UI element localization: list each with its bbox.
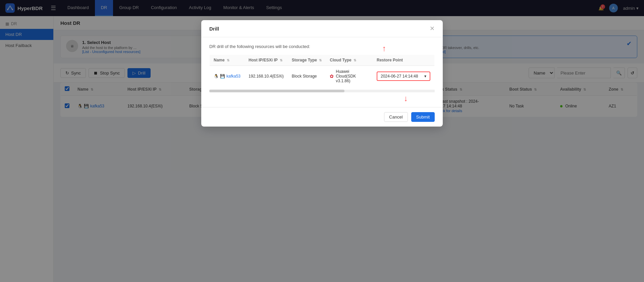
modal-huawei-icon: ✿ (330, 74, 334, 79)
modal-cloud-cell: ✿ Huawei Cloud(SDK v3.1.86) (330, 69, 369, 83)
modal-close-button[interactable]: ✕ (430, 26, 435, 32)
modal-col-ip: Host IP/ESXi IP ⇅ (245, 55, 288, 66)
modal-table: Name ⇅ Host IP/ESXi IP ⇅ Storage Type ⇅ … (209, 54, 435, 87)
submit-button[interactable]: Submit (411, 112, 435, 122)
bottom-arrow-container: ↓ (209, 94, 435, 100)
modal-footer: Cancel Submit (201, 107, 443, 127)
modal-host-icon1: 🐧 (214, 74, 219, 79)
modal-storage-sort[interactable]: ⇅ (319, 58, 322, 62)
modal-row-restore: 2024-06-27 14:14:48 ▾ (373, 66, 435, 87)
modal-col-cloud: Cloud Type ⇅ (326, 55, 373, 66)
red-arrow-bottom: ↓ (404, 94, 408, 103)
modal-ip-sort[interactable]: ⇅ (280, 58, 282, 62)
modal-host-name: 🐧 💾 kafka53 (214, 74, 240, 79)
modal-header: Drill ✕ (201, 20, 443, 37)
drill-modal: Drill ✕ DR drill of the following resour… (201, 20, 443, 127)
modal-row-cloud: ✿ Huawei Cloud(SDK v3.1.86) (326, 66, 373, 87)
modal-body: DR drill of the following resources will… (201, 37, 443, 107)
modal-cloud-sort[interactable]: ⇅ (354, 58, 356, 62)
modal-name-sort[interactable]: ⇅ (227, 58, 229, 62)
modal-scrollbar[interactable] (209, 90, 435, 92)
modal-host-icon2: 💾 (220, 74, 225, 79)
modal-scrollbar-thumb (209, 90, 344, 92)
modal-row-name: 🐧 💾 kafka53 (210, 66, 245, 87)
modal-title: Drill (209, 26, 219, 32)
modal-row-storage: Block Storage (288, 66, 326, 87)
modal-overlay: Drill ✕ DR drill of the following resour… (0, 0, 644, 282)
cancel-button[interactable]: Cancel (384, 112, 408, 122)
modal-col-name: Name ⇅ (210, 55, 245, 66)
restore-point-value: 2024-06-27 14:14:48 (381, 74, 418, 79)
modal-col-storage: Storage Type ⇅ (288, 55, 326, 66)
modal-col-restore: Restore Point (373, 55, 435, 66)
modal-row-ip: 192.168.10.4(ESXi) (245, 66, 288, 87)
modal-description: DR drill of the following resources will… (209, 44, 435, 49)
restore-point-dropdown[interactable]: 2024-06-27 14:14:48 ▾ (377, 72, 430, 81)
restore-point-chevron: ▾ (424, 74, 426, 79)
red-arrow-top: ↓ (382, 45, 386, 54)
modal-table-row: 🐧 💾 kafka53 192.168.10.4(ESXi) Block Sto… (210, 66, 435, 87)
